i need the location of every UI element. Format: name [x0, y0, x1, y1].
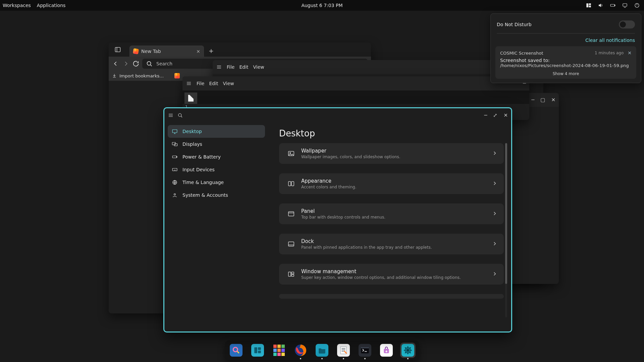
dock-launcher[interactable]	[228, 343, 244, 358]
notification-title: Screenshot saved to:	[500, 56, 632, 63]
minimize-icon[interactable]: ─	[531, 98, 534, 103]
dock-store[interactable]	[379, 343, 394, 358]
settings-content: Desktop Wallpaper Wallpaper images, colo…	[268, 122, 511, 331]
sidebar-item-displays[interactable]: Displays	[168, 138, 265, 150]
sound-icon[interactable]	[598, 2, 604, 8]
scrollbar-thumb[interactable]	[505, 143, 507, 284]
notification-path: /home/nixos/Pictures/screenshot-2024-08-…	[500, 63, 632, 68]
settings-card-dock[interactable]: Dock Panel with pinned applications in t…	[279, 234, 504, 254]
svg-rect-38	[277, 353, 281, 356]
clear-notifications-link[interactable]: Clear all notifications	[585, 38, 635, 43]
close-tab-icon[interactable]: ×	[196, 49, 200, 54]
workspaces-button[interactable]: Workspaces	[3, 3, 31, 8]
svg-rect-23	[288, 242, 294, 246]
svg-rect-28	[254, 347, 257, 353]
svg-rect-25	[291, 272, 294, 274]
import-bookmarks-label: Import bookmarks…	[119, 73, 164, 78]
close-icon[interactable]: ✕	[551, 98, 555, 103]
hamburger-icon[interactable]	[216, 64, 222, 70]
notification-show-more[interactable]: Show 4 more	[500, 71, 632, 76]
dock-files[interactable]	[314, 343, 330, 358]
dock-apps[interactable]	[271, 343, 287, 358]
sidebar-item-label: Time & Language	[182, 180, 224, 185]
settings-card-wallpaper[interactable]: Wallpaper Wallpaper images, colors, and …	[279, 143, 504, 164]
settings-titlebar[interactable]: ─ ⤢ ✕	[164, 108, 511, 122]
maximize-icon[interactable]: ⤢	[493, 113, 497, 118]
svg-rect-33	[281, 345, 285, 348]
svg-rect-32	[277, 345, 281, 348]
nav-forward-icon[interactable]	[122, 60, 129, 67]
chevron-right-icon	[492, 241, 498, 248]
notifications-icon[interactable]	[622, 2, 628, 8]
settings-card-peek[interactable]	[279, 294, 504, 299]
hamburger-icon[interactable]	[186, 80, 192, 86]
notification-card[interactable]: COSMIC Screenshot 1 minutes ago ✕ Screen…	[495, 46, 636, 79]
firefox-panel-toggle[interactable]	[109, 46, 127, 53]
sidebar-item-label: Power & Battery	[182, 154, 221, 160]
sidebar-item-desktop[interactable]: Desktop	[168, 125, 265, 138]
firefox-tab-label: New Tab	[141, 49, 161, 54]
svg-rect-43	[361, 347, 369, 349]
editor-tab[interactable]	[184, 93, 197, 104]
import-icon	[112, 73, 117, 78]
close-icon[interactable]: ✕	[503, 113, 508, 118]
settings-card-appearance[interactable]: Appearance Accent colors and theming.	[279, 173, 504, 194]
hamburger-icon[interactable]	[168, 112, 174, 118]
sidebar-item-input-devices[interactable]: Input Devices	[168, 163, 265, 176]
settings-list[interactable]: Wallpaper Wallpaper images, colors, and …	[279, 143, 504, 331]
svg-rect-24	[288, 272, 291, 277]
power-icon[interactable]	[634, 2, 640, 8]
menu-view[interactable]: View	[253, 64, 264, 70]
terminal-icon	[359, 344, 371, 357]
firefox-titlebar[interactable]: New Tab × +	[109, 43, 371, 57]
svg-rect-31	[273, 345, 277, 348]
sidebar-item-system-accounts[interactable]: System & Accounts	[168, 189, 265, 201]
user-icon	[172, 192, 178, 198]
dock-text-editor[interactable]	[336, 343, 351, 358]
svg-rect-29	[258, 347, 261, 350]
svg-rect-10	[172, 130, 177, 133]
dock-settings[interactable]	[400, 343, 416, 358]
menu-edit[interactable]: Edit	[209, 81, 218, 86]
svg-point-27	[233, 347, 237, 352]
maximize-icon[interactable]: ▢	[540, 98, 545, 103]
new-tab-button[interactable]: +	[209, 47, 214, 54]
card-subtitle: Accent colors and theming.	[301, 185, 356, 189]
svg-point-9	[178, 114, 181, 117]
dock-firefox[interactable]	[293, 343, 308, 358]
menu-edit[interactable]: Edit	[239, 64, 248, 70]
bookmark-icon[interactable]	[174, 73, 180, 78]
card-subtitle: Top bar with desktop controls and menus.	[301, 215, 385, 220]
svg-rect-15	[172, 168, 177, 171]
svg-point-19	[290, 153, 291, 154]
notification-close-icon[interactable]: ✕	[628, 50, 632, 56]
workspaces-icon	[251, 344, 264, 357]
svg-rect-14	[176, 157, 177, 158]
clock[interactable]: August 6 7:03 PM	[301, 3, 342, 8]
sidebar-item-time-language[interactable]: Time & Language	[168, 176, 265, 189]
dnd-toggle[interactable]	[619, 20, 635, 28]
minimize-icon[interactable]: ─	[484, 113, 487, 118]
reload-icon[interactable]	[132, 60, 140, 67]
top-panel: Workspaces Applications August 6 7:03 PM	[0, 0, 644, 11]
firefox-tab[interactable]: New Tab ×	[129, 46, 204, 57]
scrollbar[interactable]	[505, 143, 507, 317]
tiling-applet-icon[interactable]	[586, 2, 592, 8]
settings-card-window-management[interactable]: Window management Super key action, wind…	[279, 264, 504, 285]
sidebar-item-power-battery[interactable]: Power & Battery	[168, 150, 265, 163]
menu-view[interactable]: View	[223, 81, 234, 86]
nav-back-icon[interactable]	[112, 60, 119, 67]
search-icon[interactable]	[177, 112, 183, 118]
settings-card-panel[interactable]: Panel Top bar with desktop controls and …	[279, 203, 504, 224]
menu-file[interactable]: File	[227, 64, 234, 70]
svg-point-8	[147, 62, 151, 65]
dock-terminal[interactable]	[357, 343, 373, 358]
applications-button[interactable]: Applications	[37, 3, 66, 8]
dock-workspaces[interactable]	[250, 343, 265, 358]
menu-file[interactable]: File	[197, 81, 204, 86]
notification-app: COSMIC Screenshot	[500, 51, 543, 56]
text-editor-icon	[337, 344, 350, 357]
battery-icon[interactable]	[610, 2, 616, 8]
svg-rect-4	[614, 5, 615, 6]
battery-icon	[172, 154, 178, 160]
